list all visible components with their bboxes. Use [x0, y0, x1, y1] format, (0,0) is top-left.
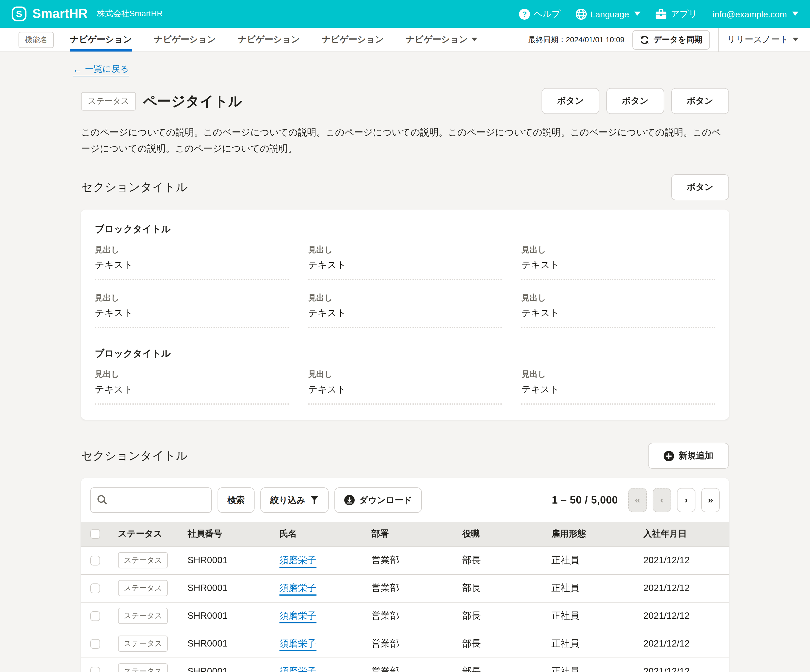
search-icon	[96, 494, 108, 506]
brand-name: SmartHR	[32, 7, 88, 22]
field-value: テキスト	[308, 307, 501, 319]
filter-button[interactable]: 絞り込み	[260, 487, 328, 513]
nav-tab-4[interactable]: ナビゲーション	[322, 28, 384, 52]
page-root: S SmartHR 株式会社SmartHR ? ヘルプ Language	[0, 0, 810, 672]
row-checkbox[interactable]	[90, 639, 100, 648]
field-cell: 見出し テキスト	[521, 245, 715, 280]
table-row: ステータス SHR0001 須磨栄子 営業部 部長 正社員 2021/12/12	[81, 657, 729, 672]
apps-link[interactable]: アプリ	[656, 8, 697, 19]
employee-number: SHR0001	[183, 574, 275, 602]
back-arrow-icon: ←	[73, 64, 82, 74]
field-label: 見出し	[308, 293, 501, 303]
select-all-checkbox[interactable]	[90, 529, 100, 539]
field-cell: 見出し テキスト	[95, 245, 289, 280]
employee-name-link[interactable]: 須磨栄子	[279, 638, 316, 651]
pagination-prev-button[interactable]: ‹	[653, 488, 671, 512]
pagination-last-button[interactable]: »	[701, 488, 720, 512]
row-checkbox[interactable]	[90, 611, 100, 621]
feature-badge: 機能名	[19, 32, 54, 48]
role: 部長	[457, 602, 547, 630]
hire-date: 2021/12/12	[639, 657, 729, 672]
field-cell: 見出し テキスト	[521, 369, 715, 405]
employee-number: SHR0001	[183, 602, 275, 630]
hire-date: 2021/12/12	[639, 546, 729, 574]
table-row: ステータス SHR0001 須磨栄子 営業部 部長 正社員 2021/12/12	[81, 574, 729, 602]
download-button[interactable]: ダウンロード	[334, 487, 422, 513]
table-row: ステータス SHR0001 須磨栄子 営業部 部長 正社員 2021/12/12	[81, 630, 729, 657]
employee-number: SHR0001	[183, 630, 275, 657]
section1-action-button[interactable]: ボタン	[671, 174, 729, 200]
role: 部長	[457, 630, 547, 657]
page-action-button-3[interactable]: ボタン	[671, 88, 729, 114]
field-cell: 見出し テキスト	[95, 369, 289, 405]
column-header-status: ステータス	[113, 522, 183, 546]
field-value: テキスト	[521, 384, 715, 396]
caret-down-icon	[793, 38, 798, 42]
sync-data-button[interactable]: データを同期	[633, 30, 710, 49]
employee-table-card: 検索 絞り込み ダウンロード 1 – 50 / 5,000 « ‹	[81, 478, 729, 672]
field-value: テキスト	[95, 307, 289, 319]
page-title: ページタイトル	[143, 92, 242, 110]
row-status-badge: ステータス	[118, 635, 168, 652]
help-icon: ?	[519, 8, 530, 19]
employee-name-link[interactable]: 須磨栄子	[279, 666, 316, 672]
nav-tab-2[interactable]: ナビゲーション	[154, 28, 216, 52]
pagination-first-button[interactable]: «	[628, 488, 647, 512]
smarthr-logo-icon: S	[12, 7, 27, 22]
hire-date: 2021/12/12	[639, 602, 729, 630]
field-label: 見出し	[521, 369, 715, 380]
row-checkbox[interactable]	[90, 555, 100, 565]
row-status-badge: ステータス	[118, 664, 168, 672]
nav-tab-5[interactable]: ナビゲーション	[406, 28, 477, 52]
search-button[interactable]: 検索	[218, 487, 255, 513]
caret-down-icon	[471, 38, 477, 42]
employee-name-link[interactable]: 須磨栄子	[279, 610, 316, 623]
hire-date: 2021/12/12	[639, 630, 729, 657]
page-status-badge: ステータス	[81, 92, 136, 110]
block-title-1: ブロックタイトル	[95, 223, 715, 236]
nav-tab-3[interactable]: ナビゲーション	[238, 28, 300, 52]
role: 部長	[457, 574, 547, 602]
field-label: 見出し	[95, 293, 289, 303]
department: 営業部	[367, 630, 457, 657]
svg-text:S: S	[16, 9, 22, 19]
search-input[interactable]	[90, 487, 212, 513]
section1-header: セクションタイトル ボタン	[81, 174, 729, 200]
page-action-button-1[interactable]: ボタン	[542, 88, 599, 114]
brand-logo[interactable]: S SmartHR	[12, 7, 88, 22]
field-value: テキスト	[95, 259, 289, 272]
table-header-row: ステータス 社員番号 氏名 部署 役職 雇用形態 入社年月日	[81, 522, 729, 546]
field-value: テキスト	[308, 259, 501, 272]
block-title-2: ブロックタイトル	[95, 348, 715, 360]
help-link[interactable]: ? ヘルプ	[519, 8, 560, 19]
table-row: ステータス SHR0001 須磨栄子 営業部 部長 正社員 2021/12/12	[81, 546, 729, 574]
employment-type: 正社員	[547, 574, 639, 602]
column-header-dept: 部署	[367, 522, 457, 546]
globe-icon	[575, 8, 586, 19]
page-action-button-2[interactable]: ボタン	[606, 88, 664, 114]
field-label: 見出し	[521, 245, 715, 255]
account-menu[interactable]: info@example.com	[712, 9, 798, 19]
section1-title: セクションタイトル	[81, 179, 187, 195]
funnel-icon	[310, 495, 319, 505]
nav-tab-1[interactable]: ナビゲーション	[70, 28, 132, 52]
account-email: info@example.com	[712, 9, 787, 19]
column-header-employment: 雇用形態	[547, 522, 639, 546]
language-menu[interactable]: Language	[575, 8, 641, 19]
pagination-next-button[interactable]: ›	[677, 488, 695, 512]
back-link[interactable]: ← 一覧に戻る	[73, 64, 129, 76]
column-header-hired: 入社年月日	[639, 522, 729, 546]
employee-number: SHR0001	[183, 546, 275, 574]
nav-tabs: ナビゲーション ナビゲーション ナビゲーション ナビゲーション ナビゲーション	[70, 28, 477, 52]
field-cell: 見出し テキスト	[308, 245, 501, 280]
employee-name-link[interactable]: 須磨栄子	[279, 583, 316, 595]
add-new-button[interactable]: 新規追加	[648, 443, 729, 469]
pagination-range: 1 – 50 / 5,000	[552, 494, 618, 506]
row-checkbox[interactable]	[90, 667, 100, 672]
row-checkbox[interactable]	[90, 583, 100, 593]
last-sync-label: 最終同期：2024/01/01 10:09	[528, 34, 624, 45]
row-status-badge: ステータス	[118, 608, 168, 624]
release-notes-menu[interactable]: リリースノート	[727, 34, 798, 45]
field-value: テキスト	[521, 259, 715, 272]
employee-name-link[interactable]: 須磨栄子	[279, 555, 316, 567]
